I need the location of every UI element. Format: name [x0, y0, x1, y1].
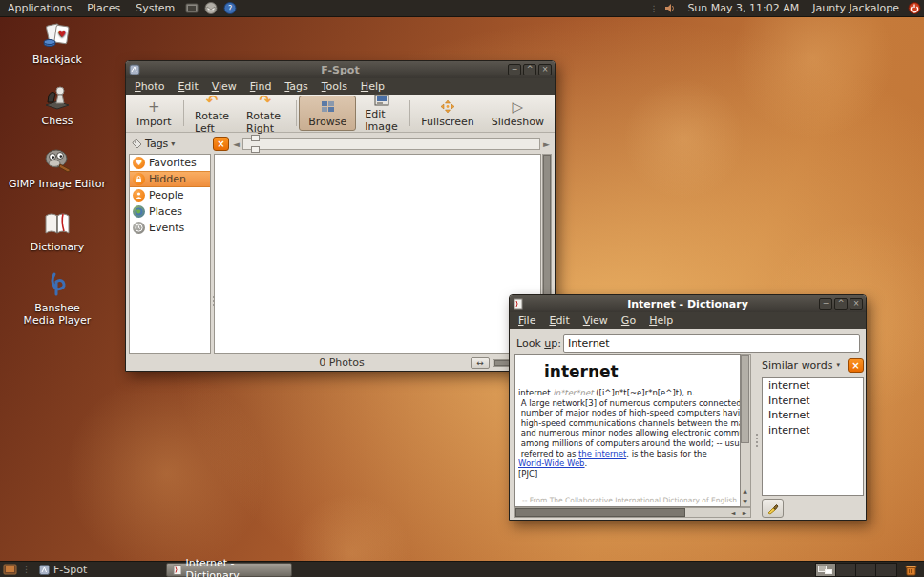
- close-button[interactable]: ×: [850, 298, 863, 310]
- mail-launcher-icon[interactable]: [204, 2, 218, 14]
- menu-tags[interactable]: Tags: [278, 79, 314, 94]
- menu-applications[interactable]: Applications: [0, 1, 79, 15]
- lookup-input[interactable]: [563, 334, 860, 353]
- slideshow-button[interactable]: ▷ Slideshow: [483, 96, 553, 131]
- link-world-wide-web[interactable]: World-Wide Web: [518, 459, 585, 468]
- text-caret: [619, 364, 620, 379]
- volume-icon[interactable]: [663, 2, 677, 14]
- scrollbar-thumb[interactable]: [741, 355, 749, 443]
- menu-go[interactable]: Go: [615, 313, 642, 328]
- similar-words-label: Similar words: [762, 359, 832, 372]
- brush-icon: [766, 502, 780, 515]
- fspot-task-icon: [39, 565, 50, 575]
- maximize-button[interactable]: ^: [834, 298, 848, 310]
- tag-label: Favorites: [149, 157, 197, 169]
- close-similar-pane-button[interactable]: ×: [848, 358, 864, 373]
- definition-panel[interactable]: internet internet in*ter*net ([i^]n*t[~e…: [514, 354, 741, 507]
- menu-file[interactable]: File: [512, 313, 542, 328]
- scrollbar-thumb[interactable]: [515, 508, 685, 517]
- tag-hidden[interactable]: Hidden: [130, 171, 210, 187]
- similar-words-list[interactable]: internet Internet Internet internet: [762, 377, 864, 496]
- fullscreen-button[interactable]: Fullscreen: [412, 96, 482, 131]
- zoom-fit-button[interactable]: ↔: [471, 357, 490, 369]
- workspace-1[interactable]: [816, 564, 836, 576]
- menu-edit[interactable]: Edit: [171, 79, 204, 94]
- desktop-icon-dictionary[interactable]: Dictionary: [0, 208, 115, 253]
- tag-favorites[interactable]: ♥ Favorites: [130, 155, 210, 171]
- menu-help[interactable]: Help: [642, 313, 680, 328]
- task-label: F-Spot: [53, 564, 87, 576]
- scroll-up-icon[interactable]: ▲: [741, 485, 749, 496]
- toolbar-label: Fullscreen: [421, 116, 473, 128]
- definition-vscrollbar[interactable]: ▲ ▼: [741, 354, 751, 507]
- timeline[interactable]: ◄ ►: [229, 138, 554, 150]
- task-label: Internet - Dictionary: [185, 557, 285, 577]
- applet-grip[interactable]: ⋮: [649, 4, 657, 13]
- toolbar-label: Rotate Left: [195, 110, 229, 135]
- toolbar-separator: [410, 100, 410, 126]
- desktop-icon-gimp[interactable]: GIMP Image Editor: [0, 145, 115, 190]
- menu-edit[interactable]: Edit: [542, 313, 576, 328]
- close-tags-pane-button[interactable]: ×: [213, 137, 229, 151]
- desktop-icon-blackjack[interactable]: ♥ Blackjack: [0, 21, 115, 66]
- help-launcher-icon[interactable]: ?: [223, 2, 237, 14]
- timeline-right-icon[interactable]: ►: [543, 139, 550, 149]
- dictionary-titlebar[interactable]: Internet - Dictionary − ^ ×: [510, 295, 866, 312]
- task-dictionary[interactable]: Internet - Dictionary: [166, 563, 292, 577]
- similar-words-header[interactable]: Similar words ▾ ×: [762, 356, 864, 374]
- edit-image-button[interactable]: Edit Image: [356, 96, 406, 131]
- import-button[interactable]: + Import: [128, 96, 180, 131]
- desktop-icon-chess[interactable]: Chess: [0, 82, 115, 127]
- workspace-4[interactable]: [876, 564, 896, 576]
- minimize-button[interactable]: −: [508, 64, 521, 75]
- menu-places[interactable]: Places: [79, 1, 128, 15]
- terminal-launcher-icon[interactable]: [185, 2, 199, 14]
- timeline-left-icon[interactable]: ◄: [233, 139, 240, 149]
- dictionary-source: -- From The Collaborative International …: [522, 496, 737, 504]
- maximize-button[interactable]: ^: [523, 64, 536, 75]
- lookup-row: Look up:: [516, 333, 860, 353]
- tags-selector[interactable]: Tags ▾: [127, 138, 213, 150]
- timeline-groove[interactable]: [242, 138, 540, 150]
- menu-tools[interactable]: Tools: [315, 79, 354, 94]
- similar-word-item[interactable]: Internet: [763, 408, 863, 423]
- release-name: Jaunty Jackalope: [812, 2, 899, 14]
- timeline-handle[interactable]: [251, 135, 258, 153]
- shutdown-icon[interactable]: [908, 2, 921, 14]
- scroll-left-icon[interactable]: ◄: [727, 508, 739, 517]
- menu-system[interactable]: System: [128, 1, 182, 15]
- photo-view[interactable]: [214, 154, 541, 354]
- minimize-button[interactable]: −: [819, 298, 832, 310]
- similar-word-item[interactable]: Internet: [763, 394, 863, 409]
- tag-people[interactable]: People: [130, 187, 210, 203]
- pane-separator[interactable]: [755, 434, 759, 447]
- fspot-titlebar[interactable]: F-Spot − ^ ×: [126, 61, 555, 78]
- link-the-internet[interactable]: the internet: [578, 449, 626, 459]
- menu-photo[interactable]: Photo: [128, 79, 171, 94]
- scroll-down-icon[interactable]: ▼: [741, 496, 749, 506]
- similar-word-item[interactable]: internet: [763, 423, 863, 438]
- close-button[interactable]: ×: [538, 64, 552, 75]
- workspace-2[interactable]: [836, 564, 856, 576]
- trash-icon[interactable]: [905, 564, 918, 576]
- browse-button[interactable]: Browse: [299, 96, 356, 131]
- similar-word-item[interactable]: internet: [763, 378, 863, 394]
- show-desktop-icon[interactable]: [3, 564, 16, 576]
- rotate-left-icon: ↶: [206, 93, 219, 109]
- rotate-left-button[interactable]: ↶ Rotate Left: [186, 96, 238, 131]
- rotate-right-button[interactable]: ↷ Rotate Right: [238, 96, 293, 131]
- desktop-icon-banshee[interactable]: Banshee Media Player: [0, 271, 115, 327]
- tag-events[interactable]: Events: [130, 220, 210, 236]
- menu-view[interactable]: View: [577, 313, 615, 328]
- clock[interactable]: Sun May 3, 11:02 AM: [687, 2, 799, 14]
- workspace-3[interactable]: [856, 564, 876, 576]
- toolbar-label: Browse: [308, 116, 346, 128]
- window-title: Internet - Dictionary: [510, 298, 866, 310]
- definition-hscrollbar[interactable]: ◄ ►: [514, 507, 751, 518]
- tag-places[interactable]: Places: [130, 203, 210, 220]
- menu-help[interactable]: Help: [354, 79, 391, 94]
- fspot-toolbar: + Import ↶ Rotate Left ↷ Rotate Right Br…: [126, 95, 555, 133]
- task-fspot[interactable]: F-Spot: [33, 563, 143, 577]
- scroll-right-icon[interactable]: ►: [739, 508, 750, 517]
- clear-button[interactable]: [762, 499, 784, 518]
